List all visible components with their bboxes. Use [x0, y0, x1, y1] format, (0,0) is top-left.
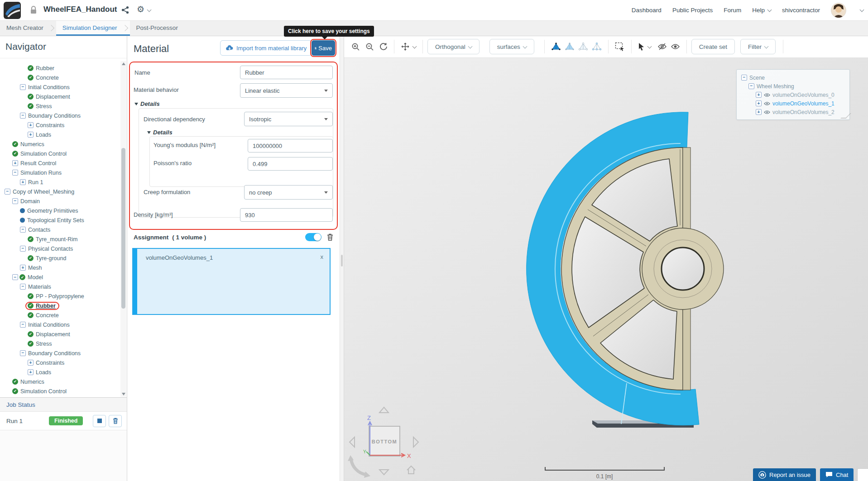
tree-item-status-icon	[12, 141, 18, 147]
hide-eye-off-icon[interactable]	[656, 41, 669, 52]
tree-item[interactable]: Domain	[0, 196, 120, 206]
tree-item[interactable]: Displacement	[0, 92, 120, 101]
tree-item[interactable]: Initial Conditions	[0, 82, 120, 92]
tree-item[interactable]: Rubber	[0, 63, 120, 73]
render-mode-select[interactable]: surfaces	[489, 39, 534, 54]
tree-item[interactable]: Run 1	[0, 177, 120, 187]
directional-select[interactable]: Isotropic	[244, 112, 333, 126]
scene-root[interactable]: Scene	[737, 73, 849, 82]
tree-item[interactable]: Model	[0, 272, 120, 282]
tree-item[interactable]: Displacement	[0, 329, 120, 339]
tree-item[interactable]: PP - Polypropylene	[0, 291, 120, 301]
save-button[interactable]: Save	[312, 40, 335, 56]
nav-forum[interactable]: Forum	[724, 7, 741, 14]
tree-item[interactable]: Geometry Primitives	[0, 206, 120, 215]
tree-item[interactable]: Physical Contacts	[0, 244, 120, 253]
name-input[interactable]	[240, 66, 333, 79]
scene-volume[interactable]: volumeOnGeoVolumes_0	[737, 90, 849, 99]
mesh-tet-nodes-icon[interactable]	[590, 41, 604, 53]
navigator-scrollbar[interactable]	[120, 61, 126, 397]
poisson-input[interactable]	[248, 157, 333, 171]
scene-volume[interactable]: volumeOnGeoVolumes_2	[737, 108, 849, 116]
zoom-out-icon[interactable]	[364, 41, 376, 53]
remove-assignment[interactable]: x	[321, 253, 324, 260]
zoom-in-icon[interactable]	[350, 41, 362, 53]
notice-button[interactable]: !	[857, 468, 868, 481]
tree-item[interactable]: Loads	[0, 130, 120, 139]
assignment-trash-icon[interactable]	[327, 233, 333, 241]
box-select-icon[interactable]	[613, 40, 627, 53]
tree-item[interactable]: Stress	[0, 339, 120, 348]
workflow-tab[interactable]: Post-Processor	[130, 20, 181, 36]
tree-item[interactable]: Constraints	[0, 120, 120, 130]
nav-public-projects[interactable]: Public Projects	[672, 7, 713, 14]
tree-item[interactable]: Constraints	[0, 358, 120, 367]
avatar[interactable]	[831, 3, 846, 18]
tree-item[interactable]: Copy of Wheel_Meshing	[0, 187, 120, 196]
tree-item[interactable]: Boundary Conditions	[0, 111, 120, 120]
behavior-select[interactable]: Linear elastic	[240, 83, 333, 98]
scrollbar-thumb[interactable]	[121, 148, 125, 309]
density-input[interactable]	[240, 208, 333, 222]
tree-item[interactable]: Concrete	[0, 310, 120, 320]
nav-help[interactable]: Help	[752, 7, 771, 14]
refresh-icon[interactable]	[378, 41, 389, 52]
tree-item[interactable]: Materials	[0, 282, 120, 291]
3d-scene[interactable]: BOTTOM Z X Y 0.1 [m]	[344, 58, 868, 481]
share-icon[interactable]	[121, 6, 129, 14]
tree-item[interactable]: Initial Conditions	[0, 320, 120, 329]
chat-button[interactable]: Chat	[820, 468, 854, 481]
visibility-eye-icon[interactable]	[764, 110, 770, 114]
pan-move-icon[interactable]	[399, 40, 418, 53]
tree-item[interactable]: Rubber	[0, 301, 120, 310]
tree-item[interactable]: Result Control	[0, 158, 120, 168]
tree-item[interactable]: Numerics	[0, 377, 120, 386]
assignment-toggle[interactable]	[305, 233, 321, 241]
settings-gear-icon[interactable]: ⚙	[137, 4, 151, 14]
nav-dashboard[interactable]: Dashboard	[632, 7, 662, 14]
tree-item[interactable]: Numerics	[0, 139, 120, 149]
creep-select[interactable]: no creep	[244, 185, 333, 200]
tree-item[interactable]: Simulation Runs	[0, 168, 120, 177]
workflow-tab[interactable]: Simulation Designer	[56, 20, 130, 36]
scroll-down-icon[interactable]	[122, 393, 125, 395]
create-set-button[interactable]: Create set	[691, 39, 735, 54]
tree-item[interactable]: Concrete	[0, 73, 120, 82]
tree-item-status-icon	[28, 303, 34, 309]
mesh-tet-outline-icon[interactable]	[576, 41, 590, 53]
projection-select[interactable]: Orthogonal	[427, 39, 480, 54]
show-eye-icon[interactable]	[669, 41, 682, 52]
import-material-button[interactable]: Import from material library	[220, 40, 312, 56]
tree-item[interactable]: Tyre_mount-Rim	[0, 234, 120, 244]
tree-item[interactable]: Tyre-ground	[0, 253, 120, 263]
filter-button[interactable]: Filter	[740, 39, 776, 54]
scene-volume[interactable]: volumeOnGeoVolumes_1	[737, 99, 849, 108]
workflow-tab[interactable]: Mesh Creator	[0, 20, 56, 36]
app-logo[interactable]	[4, 2, 21, 19]
avatar-chevron-icon[interactable]	[860, 8, 864, 12]
stop-run-button[interactable]	[93, 415, 106, 427]
scene-group[interactable]: Wheel Meshing	[737, 82, 849, 90]
youngs-input[interactable]	[248, 139, 333, 152]
delete-run-button[interactable]	[109, 415, 122, 427]
tree-item[interactable]: Loads	[0, 367, 120, 377]
tree-item[interactable]: Topological Entity Sets	[0, 215, 120, 225]
details-toggle[interactable]: Details	[134, 100, 160, 107]
visibility-eye-icon[interactable]	[764, 93, 770, 97]
details2-toggle[interactable]: Details	[147, 129, 173, 136]
tree-item[interactable]: Mesh	[0, 263, 120, 272]
cursor-select-icon[interactable]	[636, 41, 653, 52]
panel-splitter[interactable]	[340, 36, 344, 481]
tree-item[interactable]: Simulation Control	[0, 149, 120, 158]
nav-username[interactable]: shivcontractor	[782, 7, 820, 14]
mesh-tet-solid-icon[interactable]	[549, 41, 563, 53]
tree-item[interactable]: Boundary Conditions	[0, 348, 120, 358]
scroll-up-icon[interactable]	[122, 62, 125, 65]
report-issue-button[interactable]: Report an issue	[753, 468, 816, 481]
mesh-tet-light-icon[interactable]	[563, 41, 576, 53]
assignment-box[interactable]: volumeOnGeoVolumes_1 x	[132, 248, 331, 315]
tree-item[interactable]: Simulation Control	[0, 386, 120, 396]
visibility-eye-icon[interactable]	[764, 101, 770, 106]
tree-item[interactable]: Contacts	[0, 225, 120, 234]
tree-item[interactable]: Stress	[0, 101, 120, 111]
